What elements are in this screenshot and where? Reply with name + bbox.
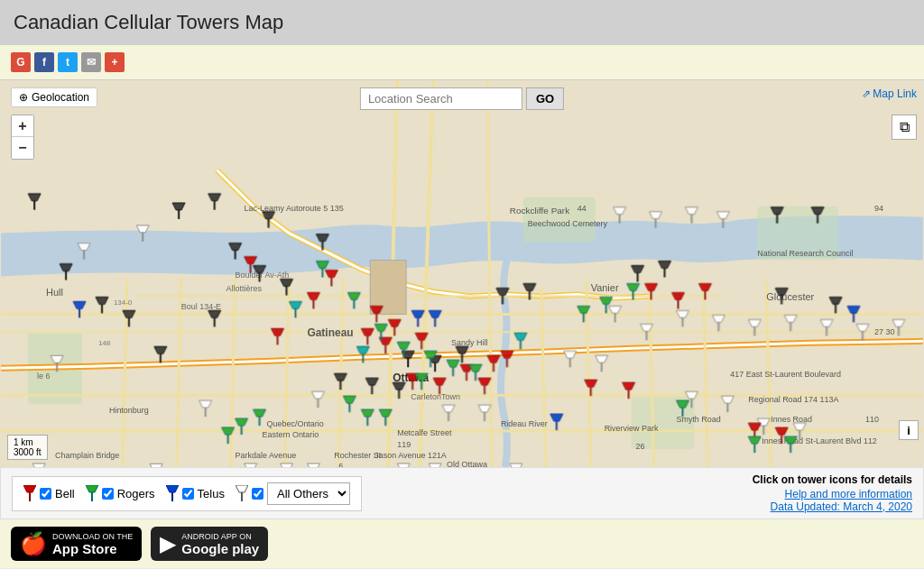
page-title: Canadian Cellular Towers Map xyxy=(0,0,924,45)
svg-marker-292 xyxy=(236,485,248,492)
data-updated-link[interactable]: Data Updated: March 4, 2020 xyxy=(753,500,912,513)
rogers-checkbox[interactable] xyxy=(102,488,114,500)
info-button[interactable]: i xyxy=(899,420,919,440)
google-share-button[interactable]: G xyxy=(11,52,31,72)
svg-text:Sandy Hill: Sandy Hill xyxy=(451,338,487,347)
svg-rect-291 xyxy=(171,492,173,501)
others-filter: All Others Freedom Videotron SaskTel Eas… xyxy=(236,482,350,505)
svg-text:Champlain Bridge: Champlain Bridge xyxy=(55,451,119,460)
svg-text:94: 94 xyxy=(874,204,883,213)
zoom-in-button[interactable]: + xyxy=(12,115,33,137)
rogers-label: Rogers xyxy=(117,487,155,500)
others-tower-icon xyxy=(236,485,248,501)
svg-marker-290 xyxy=(166,485,179,492)
geolocation-button[interactable]: ⊕ Geolocation xyxy=(11,87,97,107)
map-top-controls: ⊕ Geolocation xyxy=(11,87,97,107)
svg-text:Allottières: Allottières xyxy=(226,284,263,293)
svg-text:Hintonburg: Hintonburg xyxy=(109,406,149,415)
svg-text:Regional Road 174 113A: Regional Road 174 113A xyxy=(748,395,838,404)
layers-button[interactable]: ⧉ xyxy=(892,115,917,140)
arrow-icon: ⇗ xyxy=(862,87,871,100)
rogers-filter: Rogers xyxy=(86,485,155,501)
help-link[interactable]: Help and more information xyxy=(753,488,912,500)
svg-text:Boul 134-E: Boul 134-E xyxy=(181,302,221,311)
svg-text:Vanier: Vanier xyxy=(591,282,619,293)
svg-marker-286 xyxy=(23,485,36,492)
svg-text:26: 26 xyxy=(636,442,645,451)
svg-text:Jason Avenue 121A: Jason Avenue 121A xyxy=(374,451,447,460)
carrier-filters: Bell Rogers Telus xyxy=(12,476,362,511)
svg-text:44: 44 xyxy=(578,204,587,213)
scale-km: 1 km xyxy=(14,437,42,447)
apple-icon: 🍎 xyxy=(20,531,47,556)
svg-text:CarletonTown: CarletonTown xyxy=(411,392,460,401)
svg-text:Ottawa: Ottawa xyxy=(393,372,429,384)
bell-label: Bell xyxy=(55,487,75,500)
svg-text:119: 119 xyxy=(397,440,411,449)
email-share-button[interactable]: ✉ xyxy=(81,52,101,72)
svg-text:Riverview Park: Riverview Park xyxy=(605,424,659,433)
facebook-share-button[interactable]: f xyxy=(34,52,54,72)
android-icon: ▶ xyxy=(160,531,176,556)
app-store-sub: Download on the xyxy=(52,532,133,541)
twitter-share-button[interactable]: t xyxy=(58,52,78,72)
svg-text:Gloucester: Gloucester xyxy=(766,291,814,302)
telus-tower-icon xyxy=(166,485,179,501)
android-sub: ANDROID APP ON xyxy=(181,532,259,541)
telus-label: Telus xyxy=(198,487,225,500)
google-play-name: Google play xyxy=(181,541,259,556)
others-select[interactable]: All Others Freedom Videotron SaskTel Eas… xyxy=(267,482,350,505)
svg-text:6: 6 xyxy=(338,462,343,467)
svg-text:National Research Council: National Research Council xyxy=(757,249,853,258)
svg-text:Quebec/Ontario: Quebec/Ontario xyxy=(267,419,324,428)
map-link[interactable]: ⇗ Map Link xyxy=(862,87,917,100)
zoom-out-button[interactable]: − xyxy=(12,137,33,159)
more-share-button[interactable]: + xyxy=(105,52,125,72)
svg-text:Smyth Road: Smyth Road xyxy=(676,415,720,424)
map-container[interactable]: Hull Gatineau Ottawa Vanier Gloucester R… xyxy=(0,79,924,467)
layers-icon: ⧉ xyxy=(900,119,910,135)
app-store-text: Download on the App Store xyxy=(52,532,133,556)
rogers-tower-icon xyxy=(86,485,98,501)
svg-text:Parkdale Avenue: Parkdale Avenue xyxy=(236,451,297,460)
bell-filter: Bell xyxy=(23,485,75,501)
svg-text:417 East St-Laurent Boulevard: 417 East St-Laurent Boulevard xyxy=(730,370,841,379)
click-info-text: Click on tower icons for details xyxy=(753,473,912,486)
svg-text:le 6: le 6 xyxy=(37,372,50,381)
svg-text:Hull: Hull xyxy=(46,287,63,298)
svg-text:Metcalfe Street: Metcalfe Street xyxy=(397,428,452,437)
app-store-name: App Store xyxy=(52,541,133,556)
filter-info: Click on tower icons for details Help an… xyxy=(753,473,912,513)
svg-text:148: 148 xyxy=(98,339,111,347)
crosshair-icon: ⊕ xyxy=(19,91,28,104)
svg-marker-288 xyxy=(86,485,98,492)
svg-text:Eastern Ontario: Eastern Ontario xyxy=(263,430,319,439)
svg-text:Innes Road: Innes Road xyxy=(771,415,812,424)
svg-rect-289 xyxy=(91,492,93,501)
svg-text:Innes Road St-Laurent Blvd 112: Innes Road St-Laurent Blvd 112 xyxy=(762,436,877,445)
social-bar: G f t ✉ + xyxy=(0,45,924,79)
google-play-badge[interactable]: ▶ ANDROID APP ON Google play xyxy=(151,527,268,561)
svg-text:Lac-Leamy Autoroute 5 135: Lac-Leamy Autoroute 5 135 xyxy=(245,204,344,213)
scale-ft: 3000 ft xyxy=(14,447,42,457)
svg-text:Beechwood Cemetery: Beechwood Cemetery xyxy=(528,219,608,228)
app-store-badge[interactable]: 🍎 Download on the App Store xyxy=(11,527,142,561)
svg-text:134-0: 134-0 xyxy=(114,298,133,307)
telus-checkbox[interactable] xyxy=(182,488,194,500)
svg-text:Old Ottawa: Old Ottawa xyxy=(447,460,487,467)
search-bar: GO xyxy=(360,87,564,110)
svg-text:110: 110 xyxy=(865,415,879,424)
telus-filter: Telus xyxy=(166,485,225,501)
filter-bar: Bell Rogers Telus xyxy=(0,467,924,519)
zoom-controls: + − xyxy=(11,115,34,160)
others-checkbox[interactable] xyxy=(252,488,263,500)
bell-checkbox[interactable] xyxy=(40,488,51,500)
svg-text:27 30: 27 30 xyxy=(874,327,894,336)
svg-text:Boulder Av-Ath: Boulder Av-Ath xyxy=(236,271,290,280)
svg-text:Rockcliffe Park: Rockcliffe Park xyxy=(510,206,569,216)
scale-bar: 1 km 3000 ft xyxy=(7,435,48,460)
bottom-bar: 🍎 Download on the App Store ▶ ANDROID AP… xyxy=(0,519,924,568)
search-input[interactable] xyxy=(360,87,522,110)
go-button[interactable]: GO xyxy=(526,87,564,110)
svg-rect-293 xyxy=(241,492,243,501)
